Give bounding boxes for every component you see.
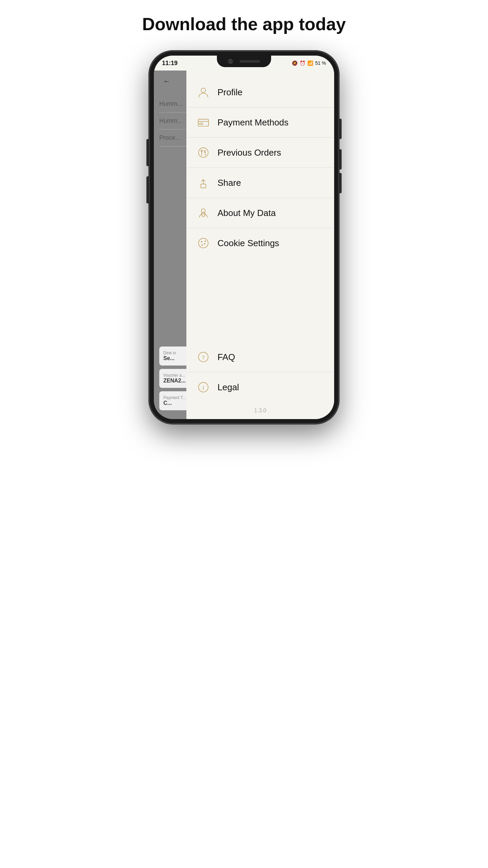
menu-items-bottom: ? FAQ i xyxy=(186,342,334,402)
svg-point-11 xyxy=(199,238,208,248)
svg-point-14 xyxy=(201,244,203,246)
notch-speaker xyxy=(240,60,260,63)
phone-screen: 11:19 🔕 ⏰ 📶 51 % ← Humm... Hum xyxy=(154,56,334,419)
svg-point-12 xyxy=(201,241,202,243)
svg-point-4 xyxy=(199,148,208,158)
status-icons: 🔕 ⏰ 📶 51 % xyxy=(292,60,326,66)
menu-item-faq[interactable]: ? FAQ xyxy=(186,342,334,372)
wifi-icon: 📶 xyxy=(307,60,313,66)
svg-rect-1 xyxy=(198,119,208,126)
battery-text: 51 % xyxy=(315,60,326,66)
status-time: 11:19 xyxy=(162,60,178,67)
cookie-icon xyxy=(196,236,211,251)
phone-wrapper: 11:19 🔕 ⏰ 📶 51 % ← Humm... Hum xyxy=(149,51,339,424)
notch-camera xyxy=(228,59,233,64)
card-icon xyxy=(196,115,211,130)
share-icon xyxy=(196,175,211,190)
svg-text:i: i xyxy=(202,384,204,391)
svg-rect-3 xyxy=(199,123,203,124)
phone-frame: 11:19 🔕 ⏰ 📶 51 % ← Humm... Hum xyxy=(149,51,339,424)
menu-item-about-my-data[interactable]: About My Data xyxy=(186,198,334,228)
menu-label-legal: Legal xyxy=(218,382,239,393)
menu-label-share: Share xyxy=(218,178,241,188)
person-shield-icon xyxy=(196,205,211,220)
page-title: Download the app today xyxy=(129,14,360,35)
svg-point-13 xyxy=(204,243,205,244)
menu-label-previous-orders: Previous Orders xyxy=(218,147,281,158)
menu-item-profile[interactable]: Profile xyxy=(186,77,334,107)
svg-text:?: ? xyxy=(202,354,205,361)
profile-icon xyxy=(196,85,211,100)
info-icon: i xyxy=(196,380,211,395)
menu-item-cookie-settings[interactable]: Cookie Settings xyxy=(186,228,334,258)
menu-label-about-my-data: About My Data xyxy=(218,208,276,218)
question-icon: ? xyxy=(196,350,211,364)
slide-menu: Profile Payment Methods xyxy=(186,71,334,419)
menu-version: 1.3.0 xyxy=(186,402,334,419)
svg-rect-8 xyxy=(201,184,206,188)
back-button[interactable]: ← xyxy=(161,75,173,87)
menu-label-faq: FAQ xyxy=(218,352,235,362)
signal-icon: 🔕 xyxy=(292,60,298,66)
menu-item-share[interactable]: Share xyxy=(186,168,334,198)
menu-item-legal[interactable]: i Legal xyxy=(186,372,334,402)
svg-point-15 xyxy=(205,241,206,242)
menu-spacer xyxy=(186,258,334,342)
menu-label-profile: Profile xyxy=(218,87,243,98)
svg-point-0 xyxy=(201,88,205,93)
menu-label-payment-methods: Payment Methods xyxy=(218,117,289,128)
menu-item-previous-orders[interactable]: Previous Orders xyxy=(186,138,334,168)
menu-top-space xyxy=(186,71,334,77)
menu-items-top: Profile Payment Methods xyxy=(186,77,334,258)
screen-content: ← Humm... Humm... Proce... Dine in Se... xyxy=(154,71,334,419)
fork-knife-icon xyxy=(196,145,211,160)
menu-item-payment-methods[interactable]: Payment Methods xyxy=(186,107,334,138)
svg-point-10 xyxy=(201,209,205,213)
menu-label-cookie-settings: Cookie Settings xyxy=(218,238,279,249)
notch xyxy=(217,56,271,67)
alarm-icon: ⏰ xyxy=(300,60,305,66)
